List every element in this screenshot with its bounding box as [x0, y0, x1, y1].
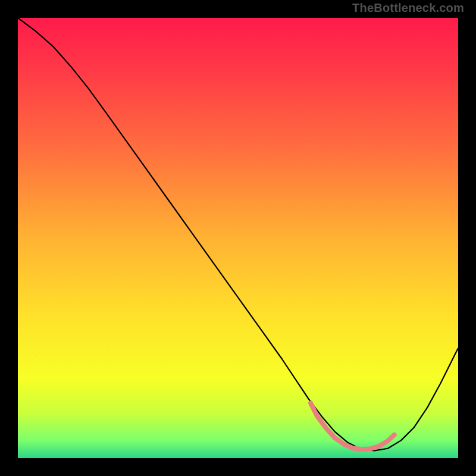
gradient-background	[18, 18, 458, 458]
chart-page: TheBottleneck.com	[0, 0, 476, 476]
bottleneck-chart	[18, 18, 458, 458]
plot-area	[18, 18, 458, 458]
watermark-text: TheBottleneck.com	[352, 1, 464, 15]
